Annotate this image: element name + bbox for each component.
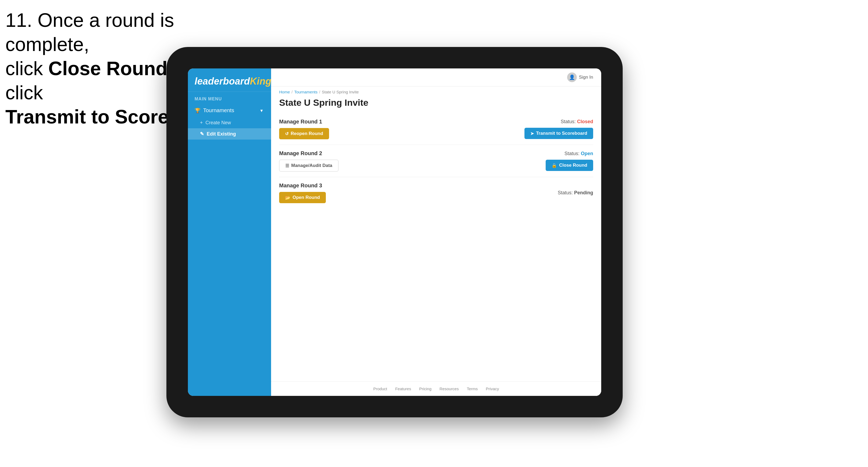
instruction-line2-prefix: click: [5, 58, 48, 79]
breadcrumb-tournaments[interactable]: Tournaments: [294, 90, 317, 94]
sidebar-item-create-new[interactable]: + Create New: [188, 117, 271, 128]
transmit-label: Transmit to Scoreboard: [536, 131, 587, 136]
sidebar-item-edit-existing[interactable]: ✎ Edit Existing: [188, 128, 271, 139]
main-menu-label: MAIN MENU: [188, 92, 271, 103]
round-2-section: Manage Round 2 ☰ Manage/Audit Data Statu…: [279, 145, 593, 177]
sign-in-button[interactable]: 👤 Sign In: [567, 72, 593, 82]
create-new-label: Create New: [206, 120, 231, 126]
manage-audit-label: Manage/Audit Data: [291, 163, 332, 168]
chevron-down-icon: ▾: [258, 107, 265, 114]
logo-king: King: [250, 76, 271, 87]
reopen-round-button[interactable]: ↺ Reopen Round: [279, 128, 329, 139]
round-3-title: Manage Round 3: [279, 183, 326, 189]
open-round-button[interactable]: 📂 Open Round: [279, 192, 326, 203]
round-1-right: Status: Closed ➤ Transmit to Scoreboard: [524, 119, 593, 139]
breadcrumb-home[interactable]: Home: [279, 90, 290, 94]
footer-pricing[interactable]: Pricing: [419, 386, 432, 391]
breadcrumb-sep1: /: [291, 90, 292, 94]
instruction-close-round: Close Round: [48, 58, 167, 79]
sidebar-item-tournaments[interactable]: 🏆 Tournaments ▾: [188, 103, 271, 117]
round-2-left: Manage Round 2 ☰ Manage/Audit Data: [279, 150, 338, 172]
round-3-section: Manage Round 3 📂 Open Round Status: Pend…: [279, 177, 593, 209]
edit-icon: ✎: [200, 131, 204, 137]
app-layout: leaderboardKing MAIN MENU 🏆 Tournaments …: [188, 68, 601, 396]
tablet-screen: leaderboardKing MAIN MENU 🏆 Tournaments …: [188, 68, 601, 396]
edit-existing-label: Edit Existing: [207, 131, 236, 137]
trophy-icon: 🏆: [194, 107, 200, 114]
round-2-title: Manage Round 2: [279, 150, 338, 156]
footer-terms[interactable]: Terms: [467, 386, 478, 391]
round-3-left: Manage Round 3 📂 Open Round: [279, 183, 326, 203]
round-1-left: Manage Round 1 ↺ Reopen Round: [279, 119, 329, 139]
main-content: 👤 Sign In Home / Tournaments / State U S…: [271, 68, 601, 396]
round-2-status: Status: Open: [564, 151, 593, 156]
round-1-status-value: Closed: [577, 119, 593, 124]
transmit-to-scoreboard-button[interactable]: ➤ Transmit to Scoreboard: [524, 128, 593, 139]
footer-features[interactable]: Features: [395, 386, 411, 391]
reopen-round-label: Reopen Round: [291, 131, 323, 136]
lock-icon: 🔒: [552, 163, 557, 168]
sidebar: leaderboardKing MAIN MENU 🏆 Tournaments …: [188, 68, 271, 396]
plus-icon: +: [200, 120, 203, 126]
top-bar: 👤 Sign In: [271, 68, 601, 86]
audit-icon: ☰: [285, 163, 289, 168]
close-round-button[interactable]: 🔒 Close Round: [546, 160, 593, 171]
logo-area: leaderboardKing: [188, 68, 271, 92]
logo-text: leaderboard: [194, 76, 250, 87]
reopen-icon: ↺: [285, 131, 288, 136]
content-area: Manage Round 1 ↺ Reopen Round Status: Cl…: [271, 113, 601, 381]
round-2-right: Status: Open 🔒 Close Round: [546, 151, 593, 171]
instruction-number: 11.: [5, 9, 32, 31]
footer-privacy[interactable]: Privacy: [486, 386, 499, 391]
transmit-icon: ➤: [530, 131, 534, 136]
breadcrumb-sep2: /: [319, 90, 320, 94]
nav-tournaments-left: 🏆 Tournaments: [194, 107, 234, 114]
footer-resources[interactable]: Resources: [440, 386, 459, 391]
page-title: State U Spring Invite: [271, 95, 601, 113]
round-3-right: Status: Pending: [558, 190, 593, 196]
open-round-label: Open Round: [292, 195, 320, 200]
tablet-device: leaderboardKing MAIN MENU 🏆 Tournaments …: [166, 47, 623, 417]
tournaments-label: Tournaments: [203, 107, 234, 114]
logo: leaderboardKing: [194, 76, 265, 86]
round-1-status: Status: Closed: [561, 119, 593, 125]
close-round-label: Close Round: [559, 163, 587, 168]
avatar: 👤: [567, 72, 577, 82]
round-1-section: Manage Round 1 ↺ Reopen Round Status: Cl…: [279, 113, 593, 145]
round-1-title: Manage Round 1: [279, 119, 329, 125]
footer: Product Features Pricing Resources Terms…: [271, 381, 601, 396]
breadcrumb-current: State U Spring Invite: [322, 90, 359, 94]
manage-audit-button[interactable]: ☰ Manage/Audit Data: [279, 160, 338, 172]
round-3-status-value: Pending: [574, 190, 593, 195]
sign-in-label: Sign In: [579, 74, 593, 80]
open-round-icon: 📂: [285, 195, 290, 200]
breadcrumb: Home / Tournaments / State U Spring Invi…: [271, 86, 601, 95]
round-2-status-value: Open: [581, 151, 593, 156]
round-3-status: Status: Pending: [558, 190, 593, 196]
footer-product[interactable]: Product: [373, 386, 387, 391]
